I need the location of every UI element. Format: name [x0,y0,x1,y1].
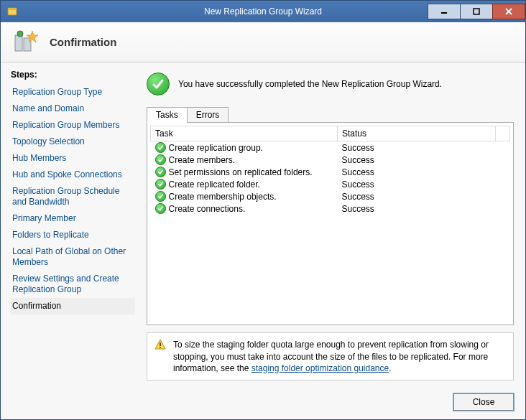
maximize-button[interactable] [460,4,493,19]
success-icon [147,73,170,95]
content-panel: You have successfully completed the New … [141,62,525,385]
success-check-icon [155,203,166,214]
task-cell: Set permissions on replicated folders. [151,166,338,178]
task-label: Create members. [169,155,236,165]
spacer-cell [496,154,510,166]
table-row[interactable]: Create membership objects.Success [151,190,510,202]
titlebar: New Replication Group Wizard [1,1,525,22]
task-label: Set permissions on replicated folders. [169,167,313,177]
wizard-step[interactable]: Replication Group Schedule and Bandwidth [11,183,135,210]
task-label: Create replicated folder. [169,179,260,190]
wizard-step[interactable]: Primary Member [11,210,135,227]
info-note: To size the staging folder quota large e… [147,332,514,381]
app-icon [5,4,19,19]
warning-icon [154,339,166,350]
success-check-icon [155,167,166,177]
task-label: Create membership objects. [169,192,277,202]
minimize-button[interactable] [428,4,461,19]
spacer-cell [496,202,510,215]
svg-rect-6 [15,35,22,51]
spacer-cell [496,190,510,202]
success-check-icon [155,179,166,190]
svg-point-8 [17,31,23,37]
column-header-spacer [496,126,510,141]
info-link[interactable]: staging folder optimization guidance [252,363,389,373]
table-row[interactable]: Create connections.Success [151,202,510,215]
status-cell: Success [338,141,496,154]
status-cell: Success [338,178,496,190]
column-header[interactable]: Status [338,126,496,141]
table-row[interactable]: Create replicated folder.Success [151,178,510,190]
task-cell: Create connections. [151,202,338,215]
svg-rect-12 [160,347,161,348]
svg-rect-3 [474,9,479,14]
status-cell: Success [338,166,496,178]
spacer-cell [496,178,510,190]
column-header[interactable]: Task [151,126,338,141]
table-row[interactable]: Set permissions on replicated folders.Su… [151,166,510,178]
wizard-step[interactable]: Folders to Replicate [11,227,135,243]
steps-heading: Steps: [11,70,135,80]
task-cell: Create replicated folder. [151,178,338,190]
wizard-step[interactable]: Hub Members [11,150,135,167]
table-row[interactable]: Create replication group.Success [151,141,510,154]
window-controls [428,4,525,19]
svg-rect-1 [8,8,17,10]
success-message: You have successfully completed the New … [178,79,442,89]
task-cell: Create members. [151,154,338,166]
svg-rect-11 [160,342,161,346]
results-table-frame: TaskStatus Create replication group.Succ… [147,122,514,325]
success-check-icon [155,154,166,165]
table-row[interactable]: Create members.Success [151,154,510,166]
info-text: To size the staging folder quota large e… [173,339,506,374]
wizard-stage-icon [11,28,40,57]
wizard-step[interactable]: Name and Domain [11,101,135,117]
spacer-cell [496,166,510,178]
success-check-icon [155,191,166,202]
wizard-body: Steps: Replication Group TypeName and Do… [1,62,525,385]
tab-tasks[interactable]: Tasks [147,107,188,123]
tab-errors[interactable]: Errors [187,107,229,123]
wizard-step[interactable]: Confirmation [11,298,135,314]
wizard-window: New Replication Group Wizard Confirmatio… [0,0,526,420]
task-label: Create connections. [169,204,246,214]
wizard-step[interactable]: Replication Group Type [11,84,135,101]
results-table: TaskStatus Create replication group.Succ… [150,126,510,215]
wizard-step[interactable]: Replication Group Members [11,117,135,134]
wizard-header: Confirmation [1,22,525,62]
status-cell: Success [338,190,496,202]
close-window-button[interactable] [492,4,525,19]
task-label: Create replication group. [169,143,263,153]
wizard-footer: Close [1,385,525,419]
status-cell: Success [338,154,496,166]
success-banner: You have successfully completed the New … [147,73,514,95]
info-text-suffix: . [389,363,391,373]
steps-panel: Steps: Replication Group TypeName and Do… [1,62,141,385]
wizard-step[interactable]: Hub and Spoke Connections [11,167,135,183]
success-check-icon [155,142,166,153]
wizard-step[interactable]: Topology Selection [11,134,135,150]
page-title: Confirmation [50,36,116,48]
results-tabs: TasksErrors [147,107,514,123]
task-cell: Create membership objects. [151,190,338,202]
wizard-step[interactable]: Review Settings and Create Replication G… [11,271,135,298]
close-button[interactable]: Close [453,393,514,411]
status-cell: Success [338,202,496,215]
wizard-step[interactable]: Local Path of Global on Other Members [11,243,135,271]
spacer-cell [496,141,510,154]
task-cell: Create replication group. [151,141,338,154]
